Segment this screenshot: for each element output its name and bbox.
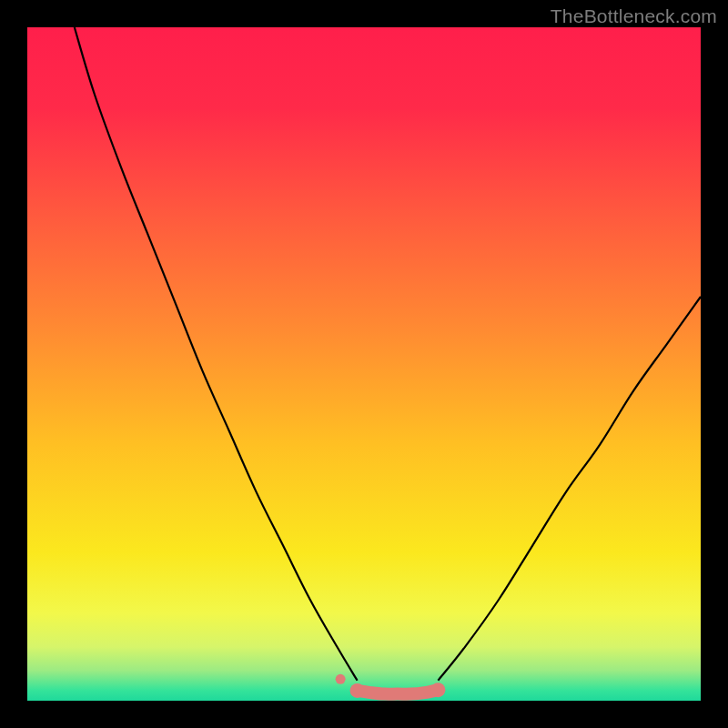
plot-area — [27, 27, 701, 701]
background-gradient — [27, 27, 701, 701]
chart-frame: TheBottleneck.com — [0, 0, 728, 728]
watermark-text: TheBottleneck.com — [551, 5, 717, 27]
svg-rect-0 — [27, 27, 701, 701]
